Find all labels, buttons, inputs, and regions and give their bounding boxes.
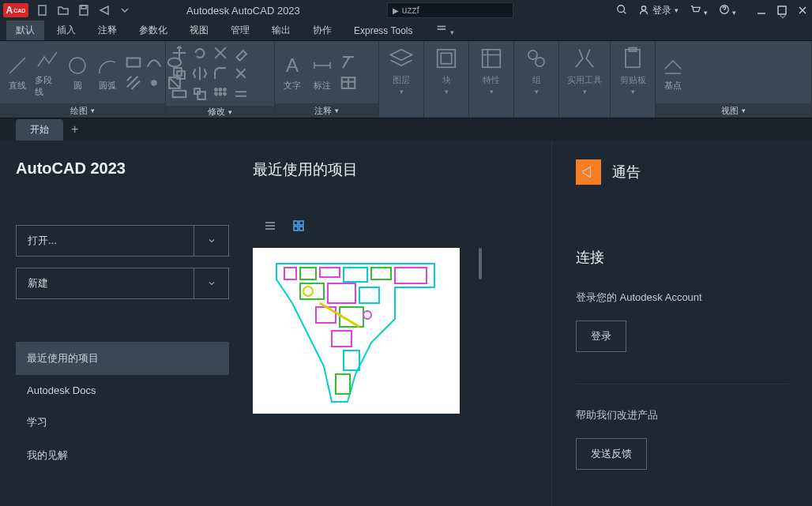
- megaphone-icon: [576, 159, 601, 185]
- svg-rect-50: [336, 374, 350, 394]
- tool-sm-rect[interactable]: [125, 54, 142, 71]
- tool-trim[interactable]: [212, 44, 229, 62]
- panel-modify: 修改 ▾: [166, 41, 275, 118]
- svg-point-23: [220, 93, 222, 96]
- open-folder-icon[interactable]: [57, 4, 70, 17]
- save-icon[interactable]: [77, 4, 90, 17]
- svg-point-19: [215, 88, 217, 91]
- svg-rect-49: [344, 350, 359, 370]
- help-icon[interactable]: ▾: [719, 4, 736, 17]
- svg-rect-26: [438, 50, 456, 68]
- ribbon-tab-output[interactable]: 输出: [262, 21, 300, 40]
- ribbon-tab-annotate[interactable]: 注释: [88, 21, 126, 40]
- tool-leader[interactable]: [340, 54, 357, 71]
- connect-title: 连接: [576, 248, 788, 267]
- tool-arc[interactable]: 圆弧: [95, 53, 120, 92]
- nav-learn[interactable]: 学习: [16, 406, 229, 439]
- ribbon-tab-default[interactable]: 默认: [6, 21, 44, 40]
- svg-point-22: [215, 93, 217, 96]
- panel-layers[interactable]: 图层▾: [379, 41, 424, 118]
- doc-tab-start[interactable]: 开始: [16, 119, 63, 141]
- panel-view-label: 视图: [721, 105, 739, 117]
- svg-rect-0: [39, 6, 46, 15]
- ribbon-tab-collab[interactable]: 协作: [303, 21, 341, 40]
- tool-scale[interactable]: [191, 85, 209, 103]
- svg-point-20: [220, 88, 222, 91]
- tool-rotate[interactable]: [191, 44, 209, 62]
- ribbon-tab-manage[interactable]: 管理: [221, 21, 259, 40]
- ribbon-tab-menu-icon[interactable]: ▾: [433, 21, 457, 40]
- tool-erase[interactable]: [232, 44, 250, 62]
- tool-stretch[interactable]: [171, 85, 188, 103]
- search-input[interactable]: ▶ uzzf: [387, 2, 513, 18]
- panel-blocks[interactable]: 块▾: [424, 41, 469, 118]
- svg-rect-10: [127, 58, 141, 66]
- tool-base[interactable]: 基点: [660, 53, 686, 92]
- tool-sm-hatch[interactable]: [125, 74, 142, 92]
- svg-rect-16: [173, 91, 186, 97]
- signin-button[interactable]: 登录: [576, 320, 626, 352]
- svg-rect-18: [197, 92, 205, 99]
- tool-mirror[interactable]: [191, 65, 209, 82]
- tool-move[interactable]: [171, 44, 188, 62]
- tool-offset[interactable]: [232, 85, 250, 103]
- ribbon-tabs: 默认 插入 注释 参数化 视图 管理 输出 协作 Express Tools ▾: [0, 21, 812, 41]
- new-button[interactable]: 新建: [16, 268, 194, 299]
- tool-polyline[interactable]: 多段线: [35, 47, 60, 98]
- start-sidebar: AutoCAD 2023 打开... 新建 最近使用的项目 Autodesk D…: [0, 141, 245, 506]
- nav-autodesk-docs[interactable]: Autodesk Docs: [16, 375, 229, 406]
- nav-list: 最近使用的项目 Autodesk Docs 学习 我的见解: [16, 342, 229, 472]
- close-button[interactable]: [796, 4, 809, 17]
- panel-groups[interactable]: 组▾: [514, 41, 559, 118]
- panel-annotate: A文字 标注 注释 ▾: [275, 41, 379, 118]
- app-logo[interactable]: ACAD: [3, 3, 28, 17]
- svg-rect-36: [299, 227, 303, 231]
- svg-rect-34: [299, 221, 303, 225]
- tool-array[interactable]: [212, 85, 229, 103]
- search-arrow-icon: ▶: [393, 6, 399, 15]
- login-button[interactable]: 登录 ▾: [638, 4, 679, 17]
- tool-dimension[interactable]: 标注: [310, 53, 335, 92]
- tool-line[interactable]: 直线: [5, 53, 30, 92]
- new-dropdown[interactable]: [194, 268, 229, 299]
- new-file-icon[interactable]: [36, 4, 49, 17]
- tool-table[interactable]: [340, 74, 357, 92]
- scroll-indicator[interactable]: [479, 248, 482, 279]
- ribbon-tab-view[interactable]: 视图: [180, 21, 218, 40]
- panel-utils[interactable]: 实用工具▾: [559, 41, 611, 118]
- tool-text[interactable]: A文字: [280, 53, 305, 92]
- quick-access-toolbar: [36, 4, 131, 17]
- svg-point-30: [536, 58, 544, 66]
- tool-circle[interactable]: 圆: [65, 53, 90, 92]
- grid-view-icon[interactable]: [292, 219, 305, 232]
- recent-file-thumbnail[interactable]: [253, 248, 460, 414]
- cart-icon[interactable]: ▾: [690, 4, 707, 17]
- panel-clipboard[interactable]: 剪贴板▾: [611, 41, 656, 118]
- recent-title: 最近使用的项目: [253, 159, 543, 180]
- login-hint: 登录您的 Autodesk Account: [576, 290, 788, 305]
- open-dropdown[interactable]: [194, 225, 229, 257]
- nav-insights[interactable]: 我的见解: [16, 439, 229, 472]
- search-icon[interactable]: [616, 4, 627, 17]
- minimize-button[interactable]: [755, 4, 768, 17]
- tool-copy[interactable]: [171, 65, 188, 82]
- share-icon[interactable]: [98, 4, 111, 17]
- tool-sm-point[interactable]: [145, 74, 163, 92]
- new-tab-button[interactable]: +: [71, 122, 78, 137]
- open-button[interactable]: 打开...: [16, 225, 194, 257]
- feedback-button[interactable]: 发送反馈: [576, 438, 647, 470]
- list-view-icon[interactable]: [264, 219, 276, 232]
- app-name: AutoCAD 2023: [16, 159, 229, 178]
- ribbon-tab-insert[interactable]: 插入: [47, 21, 85, 40]
- panel-view: 基点 视图 ▾: [656, 41, 812, 118]
- ribbon-tab-express[interactable]: Express Tools: [344, 22, 422, 39]
- tool-sm-curve[interactable]: [145, 54, 163, 71]
- qat-dropdown-icon[interactable]: [118, 4, 131, 17]
- panel-props[interactable]: 特性▾: [469, 41, 514, 118]
- document-tabs: 开始 +: [0, 118, 812, 141]
- ribbon-tab-parametric[interactable]: 参数化: [130, 21, 177, 40]
- nav-recent[interactable]: 最近使用的项目: [16, 342, 229, 375]
- collapse-icon[interactable]: [777, 11, 788, 24]
- tool-fillet[interactable]: [212, 65, 229, 82]
- tool-explode[interactable]: [232, 65, 250, 82]
